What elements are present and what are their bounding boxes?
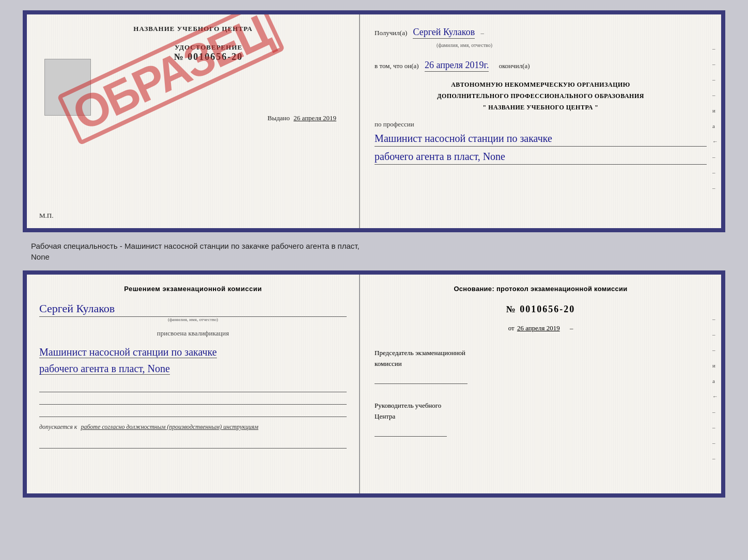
person-name-block: Сергей Кулаков (фамилия, имя, отчество) [39,299,347,322]
org-line3: " НАЗВАНИЕ УЧЕБНОГО ЦЕНТРА " [375,102,707,114]
cert-number-block: УДОСТОВЕРЕНИЕ № 0010656-20 [174,43,243,62]
cert-label: УДОСТОВЕРЕНИЕ [174,43,243,52]
top-left-panel: НАЗВАНИЕ УЧЕБНОГО ЦЕНТРА УДОСТОВЕРЕНИЕ №… [27,14,360,228]
profession-block: по профессии Машинист насосной станции п… [375,120,707,165]
caption-line2: None [31,251,360,262]
name-hint-bottom: (фамилия, имя, отчество) [39,317,347,322]
date-line: от 26 апреля 2019 – [375,324,707,332]
small-line-1 [39,383,347,392]
completed-row: в том, что он(а) 26 апреля 2019г. окончи… [375,58,707,73]
bottom-right-panel: Основание: протокол экзаменационной коми… [360,275,721,493]
date-value: 26 апреля 2019 [517,324,560,332]
director-sig-line [375,425,447,437]
cert-body: УДОСТОВЕРЕНИЕ № 0010656-20 Выдано 26 апр… [39,38,347,122]
chairman-line2: комиссии [375,359,707,370]
top-document: НАЗВАНИЕ УЧЕБНОГО ЦЕНТРА УДОСТОВЕРЕНИЕ №… [23,10,725,232]
caption-line1: Рабочая специальность - Машинист насосно… [31,241,360,251]
cert-number: № 0010656-20 [174,52,243,62]
director-line1: Руководитель учебного [375,401,707,411]
in-that-label: в том, что он(а) [375,62,419,70]
small-lines [39,383,347,417]
qual-line1: Машинист насосной станции по закачке [39,346,217,358]
completed-label: окончил(а) [499,62,530,70]
received-label: Получил(а) [375,29,407,37]
profession-label: по профессии [375,120,707,129]
small-line-3 [39,408,347,417]
director-line2: Центра [375,411,707,422]
mp-label: М.П. [39,212,53,220]
side-marks-top: – – – – и а ← – – – [712,45,718,191]
issued-date: 26 апреля 2019 [293,114,336,122]
chairman-block: Председатель экзаменационной комиссии [375,348,707,387]
qualification-block: Машинист насосной станции по закачке раб… [39,344,347,377]
person-name: Сергей Кулаков [39,302,347,317]
chairman-sig-line [375,373,467,384]
qual-line2: рабочего агента в пласт, None [39,363,170,375]
received-name: Сергей Кулаков [413,27,475,39]
bottom-left-panel: Решением экзаменационной комиссии Сергей… [27,275,360,493]
side-marks-bottom: – – – и а ← – – – – [712,316,718,461]
bottom-document: Решением экзаменационной комиссии Сергей… [23,270,725,498]
profession-line1: Машинист насосной станции по закачке [375,131,707,147]
small-line-2 [39,395,347,405]
caption-block: Рабочая специальность - Машинист насосно… [10,241,360,262]
received-row: Получил(а) Сергей Кулаков – (фамилия, им… [375,25,707,51]
top-right-panel: Получил(а) Сергей Кулаков – (фамилия, им… [360,14,721,228]
org-block: АВТОНОМНУЮ НЕКОММЕРЧЕСКУЮ ОРГАНИЗАЦИЮ ДО… [375,79,707,113]
completed-date: 26 апреля 2019г. [425,60,489,72]
assigned-text: присвоена квалификация [39,329,347,338]
bottom-small-line [39,439,347,449]
decision-text: Решением экзаменационной комиссии [39,285,347,293]
допуск-value: работе согласно должностным (производств… [81,423,258,430]
date-prefix: от [508,324,515,332]
director-block: Руководитель учебного Центра [375,401,707,440]
profession-line2: рабочего агента в пласт, None [375,149,707,165]
protocol-number: № 0010656-20 [375,304,707,315]
basis-text: Основание: протокол экзаменационной коми… [375,285,707,293]
org-line2: ДОПОЛНИТЕЛЬНОГО ПРОФЕССИОНАЛЬНОГО ОБРАЗО… [375,91,707,102]
org-line1: АВТОНОМНУЮ НЕКОММЕРЧЕСКУЮ ОРГАНИЗАЦИЮ [375,79,707,91]
cert-title: НАЗВАНИЕ УЧЕБНОГО ЦЕНТРА [133,25,253,33]
допуск-block: допускается к работе согласно должностны… [39,423,347,431]
name-hint-top: (фамилия, имя, отчество) [437,42,492,48]
chairman-line1: Председатель экзаменационной [375,348,707,359]
photo-placeholder [44,59,91,116]
issued-label: Выдано [268,114,290,122]
issued-line: Выдано 26 апреля 2019 [268,114,336,122]
допуск-label: допускается к [39,423,77,430]
